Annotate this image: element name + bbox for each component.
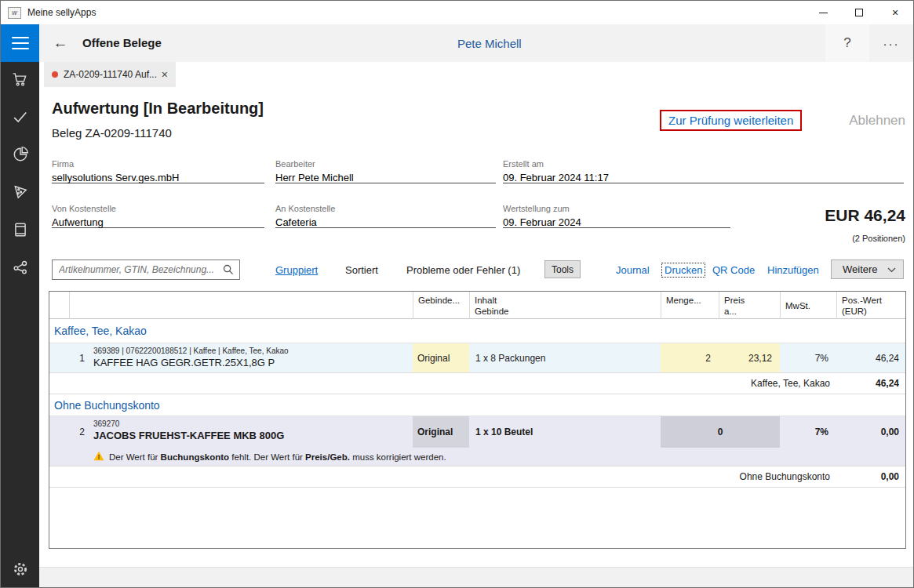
col-gebinde: Gebinde... — [413, 292, 469, 319]
gebinde-cell[interactable]: Original — [413, 343, 469, 372]
tab-label: ZA-0209-111740 Auf... — [64, 69, 157, 80]
table-header-row: Gebinde... Inhalt Gebinde Menge... Preis… — [49, 292, 905, 319]
sorted-toggle[interactable]: Sortiert — [345, 264, 378, 276]
sidebar-item-food[interactable] — [1, 175, 39, 212]
row-warning: ! Der Wert für Buchungskonto fehlt. Der … — [49, 448, 905, 466]
app-icon: w — [8, 7, 21, 19]
share-network-icon — [13, 260, 28, 278]
window-title: Meine sellyApps — [27, 7, 96, 18]
reject-button[interactable]: Ablehnen — [849, 113, 905, 129]
settings-button[interactable] — [1, 561, 39, 581]
cart-icon — [12, 71, 29, 90]
sidebar-item-tasks[interactable] — [1, 100, 39, 137]
status-footer — [39, 567, 913, 587]
group-header-kaffee: Kaffee, Tee, Kakao — [49, 319, 905, 343]
table-row[interactable]: 2 369270 JACOBS FRUEHST-KAFFEE MKB 800G … — [49, 416, 905, 466]
group-subtotal-kaffee: Kaffee, Tee, Kakao 46,24 — [49, 373, 905, 394]
inhalt-cell: 1 x 8 Packungen — [469, 343, 661, 372]
col-preis: Preis a... — [719, 292, 780, 319]
tab-close-icon[interactable]: × — [157, 68, 168, 81]
pizza-slice-icon — [13, 184, 28, 203]
search-input[interactable] — [53, 264, 223, 275]
checkmark-icon — [13, 110, 28, 127]
svg-text:!: ! — [98, 453, 100, 461]
close-button[interactable]: × — [877, 1, 913, 24]
maximize-icon — [855, 9, 863, 16]
preis-cell[interactable]: 23,12 — [719, 343, 780, 372]
journal-link[interactable]: Journal — [616, 264, 650, 276]
mwst-cell: 7% — [780, 416, 836, 448]
mwst-cell: 7% — [780, 343, 836, 372]
minimize-button[interactable] — [805, 1, 841, 24]
group-subtotal-ohne-buchungskonto: Ohne Buchungskonto 0,00 — [49, 466, 905, 488]
minimize-icon — [819, 13, 828, 13]
forward-for-review-button[interactable]: Zur Prüfung weiterleiten — [660, 110, 802, 131]
positions-table: Gebinde... Inhalt Gebinde Menge... Preis… — [49, 291, 906, 549]
user-name-link[interactable]: Pete Michell — [457, 37, 522, 50]
unsaved-dot-icon — [52, 71, 58, 78]
window-controls: × — [805, 1, 913, 24]
main-area: ← Offene Belege Pete Michell ? ··· ZA-02… — [39, 24, 913, 587]
gear-icon — [12, 561, 29, 581]
table-row[interactable]: 1 369389 | 07622200188512 | Kaffee | Kaf… — [49, 343, 905, 373]
article-description: 369270 JACOBS FRUEHST-KAFFEE MKB 800G — [91, 416, 413, 448]
col-select — [49, 292, 69, 319]
topbar: ← Offene Belege Pete Michell ? ··· — [39, 24, 913, 62]
chevron-down-icon — [887, 263, 896, 275]
field-von-kostenstelle[interactable]: Von Kostenstelle Aufwertung — [52, 204, 264, 228]
titlebar: w Meine sellyApps × — [1, 1, 913, 24]
col-menge: Menge... — [661, 292, 719, 319]
print-link[interactable]: Drucken — [661, 263, 705, 278]
screen-title: Offene Belege — [82, 36, 162, 49]
field-an-kostenstelle[interactable]: An Kostenstelle Cafeteria — [275, 204, 496, 228]
group-header-ohne-buchungskonto: Ohne Buchungskonto — [49, 394, 905, 416]
gebinde-cell[interactable]: Original — [413, 416, 469, 448]
col-pos-wert: Pos.-Wert (EUR) — [836, 292, 905, 319]
sidebar-item-share[interactable] — [1, 250, 39, 288]
grouped-toggle[interactable]: Gruppiert — [275, 264, 318, 276]
field-wertstellung-zum[interactable]: Wertstellung zum 09. Februar 2024 — [503, 204, 730, 228]
add-link[interactable]: Hinzufügen — [767, 264, 819, 276]
sidebar — [1, 24, 39, 587]
more-options-button[interactable]: ··· — [869, 24, 913, 62]
field-firma[interactable]: Firma sellysolutions Serv.ges.mbH — [52, 159, 264, 183]
sidebar-item-journal[interactable] — [1, 212, 39, 250]
row-number: 1 — [69, 343, 91, 372]
inhalt-cell: 1 x 10 Beutel — [469, 416, 661, 448]
hamburger-icon — [12, 37, 29, 38]
menge-cell[interactable]: 2 — [661, 343, 719, 372]
back-button[interactable]: ← — [49, 33, 71, 53]
document-content: Aufwertung [In Bearbeitung] Beleg ZA-020… — [39, 87, 913, 587]
tab-strip: ZA-0209-111740 Auf... × — [39, 62, 913, 87]
help-button[interactable]: ? — [825, 24, 869, 62]
warning-icon: ! — [93, 451, 104, 463]
search-icon — [223, 264, 234, 275]
search-box[interactable] — [52, 260, 240, 280]
row-number: 2 — [69, 416, 91, 448]
app-window: w Meine sellyApps × — [0, 0, 914, 588]
problems-filter[interactable]: Probleme oder Fehler (1) — [406, 264, 520, 276]
col-mwst: MwSt. — [780, 292, 836, 319]
total-positions: (2 Positionen) — [852, 234, 905, 243]
col-description — [69, 292, 413, 319]
sidebar-item-reports[interactable] — [1, 137, 39, 175]
total-amount: EUR 46,24 — [825, 206, 905, 225]
field-erstellt-am[interactable]: Erstellt am 09. Februar 2024 11:17 — [503, 159, 904, 183]
pie-chart-icon — [12, 146, 29, 166]
tools-button[interactable]: Tools — [544, 260, 581, 278]
menge-preis-cell[interactable]: 0 — [661, 416, 780, 448]
item-toolbar: Gruppiert Sortiert Probleme oder Fehler … — [39, 260, 913, 283]
document-number: Beleg ZA-0209-111740 — [52, 126, 172, 140]
pos-wert-cell: 0,00 — [836, 416, 905, 448]
document-title: Aufwertung [In Bearbeitung] — [52, 100, 264, 118]
document-tab[interactable]: ZA-0209-111740 Auf... × — [44, 62, 176, 87]
col-inhalt-gebinde: Inhalt Gebinde — [469, 292, 661, 319]
maximize-button[interactable] — [841, 1, 877, 24]
field-bearbeiter[interactable]: Bearbeiter Herr Pete Michell — [275, 159, 496, 183]
qr-code-link[interactable]: QR Code — [712, 264, 755, 276]
book-icon — [13, 222, 28, 241]
article-description: 369389 | 07622200188512 | Kaffee | Kaffe… — [91, 343, 413, 372]
sidebar-item-orders[interactable] — [1, 62, 39, 100]
menu-button[interactable] — [1, 24, 39, 62]
more-dropdown-button[interactable]: Weitere — [831, 260, 904, 279]
